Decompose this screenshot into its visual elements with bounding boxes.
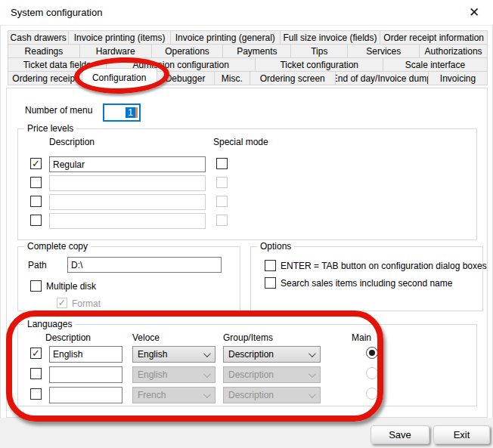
tab-debugger[interactable]: Debugger (157, 71, 215, 85)
group-items-value: Description (228, 390, 309, 400)
text-caret (135, 107, 138, 118)
language-checkbox[interactable] (30, 388, 42, 400)
check-icon: ✓ (32, 348, 40, 358)
tab-invoicing[interactable]: Invoicing (428, 71, 488, 85)
path-label: Path (28, 260, 47, 270)
group-items-dropdown: Description (223, 366, 321, 383)
group-items-dropdown[interactable]: Description (223, 346, 321, 363)
languages-title: Languages (24, 319, 75, 329)
options-group: Options ENTER = TAB button on configurat… (250, 246, 483, 311)
special-mode-checkbox (216, 196, 228, 207)
tab-configuration[interactable]: Configuration (82, 68, 157, 86)
language-description-value: English (53, 349, 82, 360)
path-input[interactable]: D:\ (67, 257, 222, 273)
veloce-language-dropdown[interactable]: English (132, 346, 215, 363)
veloce-language-value: English (138, 349, 203, 360)
number-of-menu-input[interactable]: 1 (103, 104, 141, 122)
check-icon: ✓ (32, 159, 40, 168)
tab-order-receipt-information[interactable]: Order receipt information (380, 30, 488, 45)
tab-hardware[interactable]: Hardware (79, 44, 152, 58)
configuration-tab-page: Number of menu 1 Price levels Descriptio… (6, 88, 488, 418)
exit-button[interactable]: Exit (433, 425, 490, 444)
tab-full-size-invoice-fields[interactable]: Full size invoice (fields) (280, 30, 381, 45)
tab-row-2: Readings Hardware Operations Payments Ti… (8, 44, 488, 58)
lang-main-header: Main (352, 332, 371, 343)
format-checkbox: ✓ (57, 298, 67, 308)
price-description-value: Regular (53, 159, 85, 170)
language-checkbox[interactable] (30, 368, 42, 379)
complete-copy-title: Complete copy (24, 241, 91, 252)
tab-ordering-screen[interactable]: Ordering screen (250, 71, 336, 85)
language-description-input[interactable] (49, 366, 122, 383)
chevron-down-icon (203, 391, 211, 398)
number-of-menu-value: 1 (126, 107, 135, 118)
path-value: D:\ (71, 260, 82, 270)
veloce-language-dropdown: French (132, 387, 215, 403)
price-level-checkbox[interactable]: ✓ (30, 158, 42, 169)
special-mode-checkbox (216, 215, 228, 226)
price-description-input[interactable]: Regular (49, 156, 206, 172)
tab-end-of-day-invoice-dump[interactable]: End of day/Invoice dump (335, 71, 429, 85)
special-mode-checkbox[interactable] (216, 158, 228, 169)
tab-readings[interactable]: Readings (8, 44, 80, 58)
search-second-name-checkbox[interactable] (265, 277, 276, 289)
language-checkbox[interactable]: ✓ (30, 348, 42, 359)
tab-services[interactable]: Services (347, 44, 420, 58)
enter-tab-label: ENTER = TAB button on configuration dial… (281, 261, 487, 271)
tab-scale-interface[interactable]: Scale interface (383, 57, 488, 72)
main-radio[interactable] (366, 347, 378, 359)
price-levels-title: Price levels (24, 123, 76, 134)
close-icon[interactable]: ✕ (465, 4, 483, 22)
price-level-checkbox[interactable] (30, 215, 42, 226)
lang-description-header: Description (45, 332, 91, 343)
system-configuration-dialog: System configuration ✕ Cash drawers Invo… (0, 0, 493, 448)
group-items-value: Description (228, 369, 309, 380)
tab-row-4: Ordering receipt Configuration Debugger … (8, 71, 488, 85)
price-description-header: Description (49, 137, 95, 147)
tab-invoice-printing-items[interactable]: Invoice printing (items) (68, 30, 171, 45)
tab-row-1: Cash drawers Invoice printing (items) In… (8, 30, 488, 45)
tab-row-3: Ticket data fields Admission configurati… (8, 57, 488, 72)
tab-ordering-receipt[interactable]: Ordering receipt (8, 71, 82, 85)
save-button[interactable]: Save (371, 425, 429, 444)
lang-group-items-header: Group/Items (223, 332, 273, 343)
tab-misc[interactable]: Misc. (214, 71, 250, 85)
tab-invoice-printing-general[interactable]: Invoice printing (general) (170, 30, 281, 45)
chevron-down-icon (309, 391, 316, 398)
multiple-disk-label: Multiple disk (46, 281, 96, 292)
format-label: Format (72, 298, 101, 309)
price-description-input[interactable] (49, 175, 206, 191)
language-description-input[interactable]: English (49, 346, 122, 363)
chevron-down-icon (203, 370, 211, 378)
window-title: System configuration (11, 7, 102, 18)
price-level-checkbox[interactable] (30, 196, 42, 207)
main-radio (366, 367, 378, 379)
search-second-name-label: Search sales items including second name (281, 278, 452, 289)
multiple-disk-checkbox[interactable] (30, 280, 42, 292)
tab-tips[interactable]: Tips (290, 44, 348, 58)
titlebar: System configuration ✕ (0, 0, 493, 26)
languages-group: Languages Description Veloce Group/Items… (17, 324, 477, 406)
chevron-down-icon (309, 350, 316, 357)
price-level-checkbox[interactable] (30, 177, 42, 188)
number-of-menu-label: Number of menu (25, 105, 92, 116)
price-description-input[interactable] (49, 213, 206, 229)
veloce-language-dropdown: English (132, 366, 215, 383)
tab-operations[interactable]: Operations (151, 44, 224, 58)
enter-tab-checkbox[interactable] (265, 260, 276, 271)
price-description-input[interactable] (49, 194, 206, 210)
chevron-down-icon (203, 350, 211, 357)
tab-cash-drawers[interactable]: Cash drawers (8, 30, 69, 45)
options-title: Options (257, 241, 294, 252)
tab-ticket-configuration[interactable]: Ticket configuration (255, 57, 383, 72)
tab-strip: Cash drawers Invoice printing (items) In… (8, 30, 488, 85)
tab-authorizations[interactable]: Authorizations (419, 44, 488, 58)
veloce-language-value: French (138, 390, 203, 400)
special-mode-checkbox (216, 177, 228, 188)
lang-veloce-header: Veloce (132, 332, 160, 343)
check-icon: ✓ (58, 298, 67, 307)
tab-payments[interactable]: Payments (222, 44, 291, 58)
veloce-language-value: English (138, 369, 203, 380)
language-description-input[interactable] (49, 387, 122, 403)
group-items-value: Description (228, 349, 309, 360)
